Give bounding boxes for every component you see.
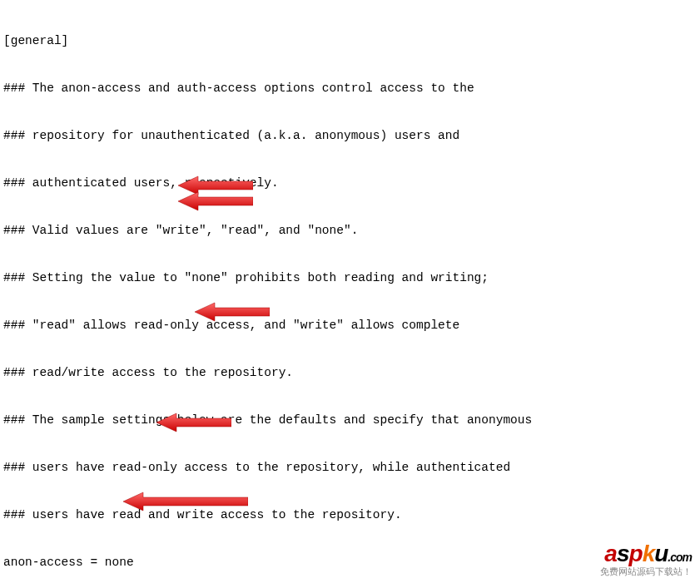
config-line: [general] xyxy=(3,33,697,49)
config-line: ### authenticated users, respectively. xyxy=(3,175,697,191)
config-line: ### users have read and write access to … xyxy=(3,507,697,523)
config-file-editor[interactable]: [general] ### The anon-access and auth-a… xyxy=(3,2,697,588)
config-line: ### Setting the value to "none" prohibit… xyxy=(3,270,697,286)
config-line: ### The sample settings below are the de… xyxy=(3,413,697,428)
config-line: ### Valid values are "write", "read", an… xyxy=(3,223,697,239)
config-line: ### "read" allows read-only access, and … xyxy=(3,318,697,334)
config-line: ### read/write access to the repository. xyxy=(3,365,697,381)
config-line: ### repository for unauthenticated (a.k.… xyxy=(3,128,697,144)
anon-access-line: anon-access = none xyxy=(3,555,697,571)
config-line: ### The anon-access and auth-access opti… xyxy=(3,81,697,96)
config-line: ### users have read-only access to the r… xyxy=(3,460,697,476)
